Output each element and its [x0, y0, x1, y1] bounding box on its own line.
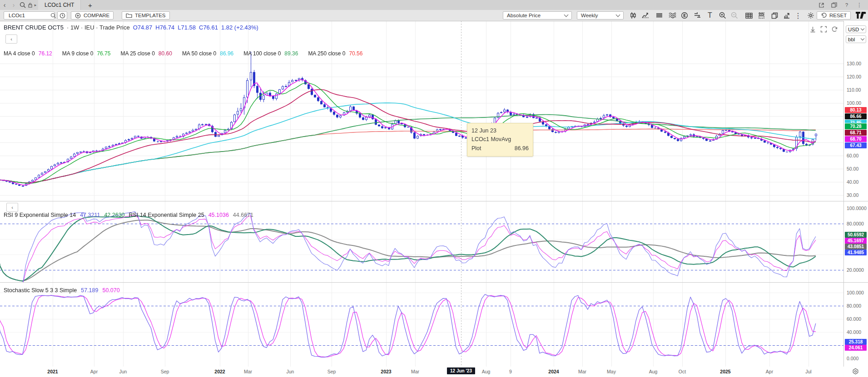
ma-legend-item[interactable]: MA 25 close 080.60	[120, 50, 172, 57]
data-table-icon[interactable]	[744, 11, 754, 20]
indicator-legend-item: 47.3211	[80, 212, 100, 218]
pane-divider[interactable]	[0, 201, 868, 201]
scale-tick: 130.00	[847, 61, 861, 66]
price-scale-column[interactable]: USD bbl 130.00120.00110.00100.0060.0050.…	[843, 21, 868, 367]
indicator-legend-item: 57.189	[81, 287, 98, 294]
scroll-to-recent-icon[interactable]	[809, 26, 816, 34]
scale-tick: 120.00	[847, 74, 861, 79]
ma-legend-item[interactable]: MA 100 close 089.36	[243, 50, 298, 57]
time-tick: 2024	[548, 369, 559, 374]
settings-gear-icon[interactable]	[806, 11, 816, 20]
scale-tick: 80.0000	[847, 221, 864, 226]
indicator-legend-item: Stochastic Slow 5 3 3 Simple	[4, 287, 77, 294]
time-tick: Aug	[649, 369, 658, 374]
compare-levels-icon[interactable]	[692, 11, 702, 20]
copy-chart-icon[interactable]	[769, 11, 779, 20]
symbol-input[interactable]	[8, 12, 48, 19]
time-tick: 9	[509, 369, 512, 374]
help-icon[interactable]: ?	[843, 1, 851, 9]
tooltip-series: LCOc1 MovAvg	[471, 135, 529, 144]
scale-tick: 60.00	[847, 153, 858, 158]
time-tick: Oct	[679, 369, 686, 374]
price-badge: 71.85	[845, 120, 867, 123]
scale-tick: 60.000	[847, 316, 861, 322]
time-tick: 2025	[720, 369, 730, 374]
history-forward-button[interactable]: ›	[9, 1, 18, 9]
ma-legend: MA 4 close 076.12MA 9 close 076.75MA 25 …	[4, 50, 362, 57]
scale-tick: 80.000	[847, 303, 861, 308]
popout-icon[interactable]	[817, 1, 825, 9]
export-chart-icon[interactable]	[782, 11, 792, 20]
window-more-icon[interactable]: ⋮	[855, 1, 863, 9]
pane-divider[interactable]	[0, 282, 868, 283]
legend-close: C76.61	[199, 24, 218, 31]
reset-button[interactable]: RESET	[817, 11, 851, 20]
scale-tick: 20.0000	[847, 267, 864, 273]
tooltip-row-value: 86.96	[515, 144, 529, 153]
scale-tick: 50.00	[847, 166, 858, 171]
unit-select[interactable]: bbl	[846, 35, 866, 43]
indicator-legend-item: 42.2630	[104, 212, 124, 218]
tooltip-row-label: Plot	[471, 144, 481, 153]
legend-open: O74.87	[133, 24, 153, 31]
lock-icon	[27, 1, 33, 9]
events-icon[interactable]	[680, 11, 689, 20]
layers-icon[interactable]	[654, 11, 664, 20]
price-badge: 24.061	[845, 345, 867, 351]
indicator-legend-item: 45.1036	[208, 212, 229, 218]
indicator-legend-item: RSI 14 Exponential Simple 25	[129, 212, 204, 218]
time-axis[interactable]: Sep2021AprJunSep2022MarJunSep2023MarAug9…	[0, 367, 868, 377]
rsi-legend[interactable]: RSI 9 Exponential Simple 1447.321142.263…	[4, 212, 253, 218]
price-mode-select[interactable]: Absolute Price	[503, 11, 572, 20]
currency-select[interactable]: USD	[846, 25, 866, 33]
symbol-search-box[interactable]	[4, 11, 55, 20]
indicator-legend-item: 50.070	[102, 287, 119, 294]
layout-windows-icon[interactable]	[830, 1, 838, 9]
price-badge: 67.43	[845, 142, 867, 148]
price-badge: 86.66	[845, 113, 867, 119]
main-chart-legend[interactable]: BRENT CRUDE OCT5 · 1W · IEU · Trade Pric…	[4, 24, 258, 31]
add-panel-icon[interactable]	[757, 11, 767, 20]
text-tool-icon[interactable]: T	[705, 11, 715, 20]
history-back-button[interactable]: ‹	[0, 1, 9, 9]
rsi-pane-collapse-button[interactable]: ‹	[6, 203, 18, 212]
search-icon[interactable]	[18, 1, 27, 9]
toolbar-more-icon[interactable]: ⋮	[793, 11, 803, 20]
price-badge: 68.70	[845, 136, 867, 142]
price-badge: 68.71	[845, 130, 867, 136]
price-badge: 50.6592	[845, 232, 867, 238]
time-tick: Mar	[578, 369, 586, 374]
ma-legend-item[interactable]: MA 250 close 070.56	[308, 50, 362, 57]
tab-lcoc1-cht[interactable]: LCOc1 CHT	[38, 0, 81, 10]
interval-select[interactable]: Weekly	[577, 11, 624, 20]
legend-meta: · 1W · IEU · Trade Price	[67, 24, 130, 31]
tooltip-date: 12 Jun 23	[471, 127, 529, 135]
zoom-in-icon[interactable]	[718, 11, 728, 20]
time-tick: Apr	[766, 369, 773, 374]
time-tick: Jun	[287, 369, 294, 374]
chart-style-candles-icon[interactable]	[628, 11, 638, 20]
templates-button[interactable]: TEMPLATES	[122, 11, 170, 20]
main-pane-controls	[809, 26, 838, 34]
breadcrumb-caret-icon: ▸	[33, 1, 38, 9]
chevron-down-icon	[861, 37, 864, 40]
legend-symbol: BRENT CRUDE OCT5	[4, 24, 64, 31]
refresh-pane-icon[interactable]	[831, 26, 838, 34]
intraday-chart-icon[interactable]	[640, 11, 650, 20]
ma-legend-item[interactable]: MA 9 close 076.75	[62, 50, 111, 57]
zoom-out-icon[interactable]	[729, 11, 739, 20]
time-tick: Aug	[482, 369, 491, 374]
symbol-search-icon[interactable]	[50, 13, 56, 19]
new-tab-button[interactable]: +	[85, 1, 94, 9]
time-axis-settings-icon[interactable]	[852, 368, 859, 377]
indicators-waves-icon[interactable]	[667, 11, 677, 20]
ma-legend-item[interactable]: MA 50 close 086.96	[182, 50, 233, 57]
compare-button[interactable]: COMPARE	[71, 11, 114, 20]
stochastic-legend[interactable]: Stochastic Slow 5 3 3 Simple57.18950.070	[4, 287, 120, 294]
history-clock-button[interactable]	[57, 11, 67, 20]
scale-tick: 40.000	[847, 329, 861, 335]
ma-legend-item[interactable]: MA 4 close 076.12	[4, 50, 52, 57]
main-pane-collapse-button[interactable]: ‹	[5, 34, 17, 44]
maximize-pane-icon[interactable]	[820, 26, 827, 34]
indicator-legend-item: 44.6671	[233, 212, 253, 218]
